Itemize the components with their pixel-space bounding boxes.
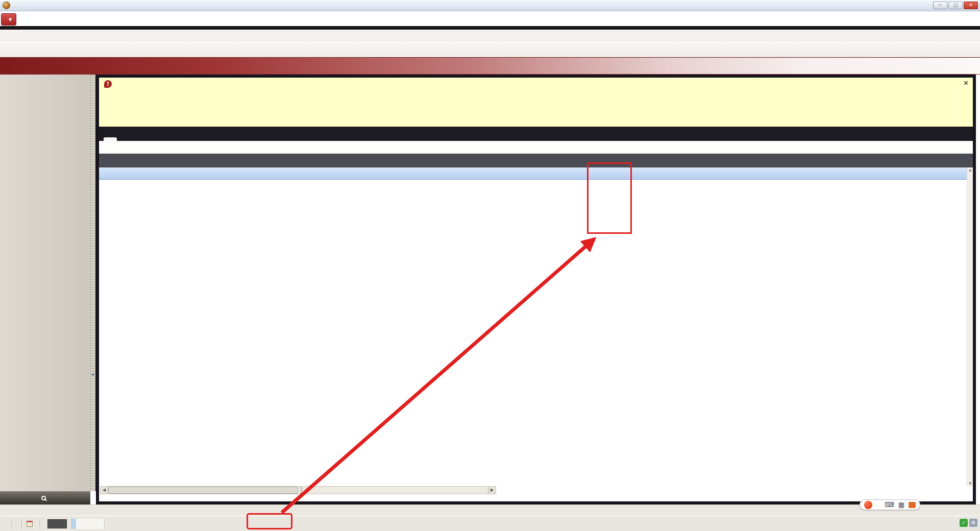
search-icon [41,496,46,500]
scrollbar-thumb[interactable] [108,487,298,494]
scroll-up-icon[interactable]: ▲ [968,168,973,172]
vertical-scrollbar[interactable]: ▲ ▼ [967,167,973,486]
scrollbar-grip[interactable] [298,487,304,494]
brand-menu-button[interactable]: ▼ [1,13,16,26]
toolbox-icon[interactable] [909,502,916,508]
status-bar-top [0,504,980,516]
status-message [105,519,980,529]
notice-box: ! ✕ [99,78,973,127]
main-toolbar [0,40,980,57]
grid-icon[interactable]: ▦ [898,501,904,509]
horizontal-scrollbar[interactable]: ◀ ▶ [100,486,496,494]
status-code [40,519,72,529]
collapse-left-icon[interactable]: ◂ [91,372,94,377]
ime-toolbar[interactable]: ⌨ ▦ [860,499,920,510]
scroll-right-icon[interactable]: ▶ [488,487,496,494]
scroll-down-icon[interactable]: ▼ [968,481,973,486]
maximize-button-icon[interactable]: ▢ [948,2,963,9]
calendar-icon [27,521,33,527]
minimize-button-icon[interactable]: ─ [933,2,947,9]
annotation-code-highlight-box [247,513,292,529]
code-redacted-block [47,519,67,528]
scrollbar-track[interactable] [304,487,488,494]
status-machine [0,519,12,529]
ime-logo-icon[interactable] [864,501,872,509]
grid-header-row [99,167,973,180]
grid-toolbar [99,141,973,154]
sidebar-splitter[interactable]: ◂ [90,75,96,491]
close-icon[interactable]: ✕ [963,79,969,87]
results-panel: ! ✕ ▲ ▼ ◀ ▶ [96,75,976,504]
close-button-icon[interactable]: ✕ [964,2,978,9]
window-controls: ─ ▢ ✕ [933,2,978,9]
tab-strip: ▼ [0,11,980,30]
title-bar: ─ ▢ ✕ [0,0,980,11]
report-sidebar [0,75,90,491]
alert-icon: ! [104,80,112,88]
status-progress [72,519,105,529]
group-by-bar[interactable] [99,154,973,167]
tray-gear-icon[interactable]: ⚙ [969,519,977,527]
status-bar-bottom [0,516,980,531]
tray-green-icon[interactable]: ✓ [960,519,968,527]
chevron-down-icon: ▼ [9,17,12,22]
results-tab-strip [99,127,973,141]
status-start-time [12,519,22,529]
query-button[interactable] [0,491,90,504]
page-band [0,57,980,75]
keyboard-icon[interactable]: ⌨ [885,501,894,509]
scroll-left-icon[interactable]: ◀ [101,487,108,494]
tray-icons: ✓ ⚙ [960,519,977,527]
app-logo-icon [3,2,10,9]
tab-query-results[interactable] [104,137,117,141]
menu-bar [0,30,980,40]
annotation-column-highlight-box [587,162,632,234]
status-period [22,519,40,529]
